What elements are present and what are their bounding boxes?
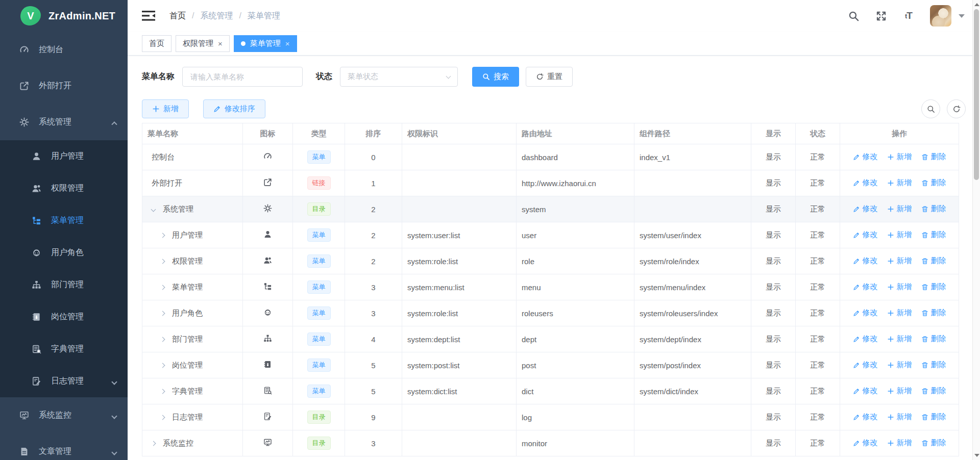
row-delete-link[interactable]: 删除 — [921, 386, 946, 396]
show-search-button[interactable] — [921, 99, 940, 118]
menu-name-input[interactable] — [182, 67, 303, 87]
table-row[interactable]: 外部打开链接1http://www.izhaorui.cn显示正常修改新增删除 — [142, 170, 959, 196]
row-delete-link[interactable]: 删除 — [921, 230, 946, 240]
tab-菜单管理[interactable]: 菜单管理× — [234, 35, 297, 52]
table-row[interactable]: 用户角色菜单3system:role:listroleuserssystem/r… — [142, 300, 959, 326]
row-add-link[interactable]: 新增 — [887, 256, 912, 266]
app-logo[interactable]: V ZrAdmin.NET — [0, 0, 128, 32]
sidebar-item-post[interactable]: 岗位管理 — [0, 301, 128, 333]
row-edit-link[interactable]: 修改 — [853, 412, 878, 422]
table-row[interactable]: 系统管理目录2system显示正常修改新增删除 — [142, 196, 959, 222]
sidebar-item-log[interactable]: 日志管理 — [0, 365, 128, 397]
sidebar-item-sitemap[interactable]: 部门管理 — [0, 269, 128, 301]
row-delete-link[interactable]: 删除 — [921, 334, 946, 344]
row-delete-link[interactable]: 删除 — [921, 204, 946, 214]
search-button[interactable]: 搜索 — [472, 67, 519, 87]
row-delete-link[interactable]: 删除 — [921, 152, 946, 162]
sidebar-item-external-link[interactable]: 外部打开 — [0, 68, 128, 104]
row-add-link[interactable]: 新增 — [887, 412, 912, 422]
tab-权限管理[interactable]: 权限管理× — [176, 35, 230, 52]
table-row[interactable]: 权限管理菜单2system:role:listrolesystem/role/i… — [142, 248, 959, 274]
row-add-link[interactable]: 新增 — [887, 360, 912, 370]
search-icon[interactable] — [847, 10, 860, 22]
row-add-link[interactable]: 新增 — [887, 308, 912, 318]
row-edit-link[interactable]: 修改 — [853, 256, 878, 266]
reset-button[interactable]: 重置 — [526, 67, 573, 87]
row-edit-link[interactable]: 修改 — [853, 152, 878, 162]
row-add-link[interactable]: 新增 — [887, 178, 912, 188]
tab-close-icon[interactable]: × — [218, 39, 223, 48]
row-expand-right-icon[interactable] — [161, 234, 172, 237]
row-expand-right-icon[interactable] — [161, 260, 172, 263]
table-row[interactable]: 用户管理菜单2system:user:listusersystem/user/i… — [142, 222, 959, 248]
add-button[interactable]: 新增 — [142, 99, 189, 118]
row-delete-link[interactable]: 删除 — [921, 412, 946, 422]
row-add-link[interactable]: 新增 — [887, 282, 912, 292]
table-row[interactable]: 字典管理菜单5system:dict:listdictsystem/dict/i… — [142, 378, 959, 404]
cell-status: 正常 — [796, 248, 840, 274]
row-add-link[interactable]: 新增 — [887, 204, 912, 214]
table-row[interactable]: 日志管理目录9log显示正常修改新增删除 — [142, 404, 959, 430]
sidebar-item-dict[interactable]: 字典管理 — [0, 333, 128, 365]
row-expand-right-icon[interactable] — [161, 416, 172, 419]
row-edit-link[interactable]: 修改 — [853, 230, 878, 240]
sidebar-item-monitor[interactable]: 系统监控 — [0, 397, 128, 433]
row-edit-link[interactable]: 修改 — [853, 360, 878, 370]
sort-edit-button[interactable]: 修改排序 — [203, 99, 265, 118]
table-row[interactable]: 系统监控目录3monitor显示正常修改新增删除 — [142, 430, 959, 456]
fullscreen-icon[interactable] — [875, 10, 887, 22]
refresh-button[interactable] — [947, 99, 966, 118]
row-edit-link[interactable]: 修改 — [853, 334, 878, 344]
row-delete-link[interactable]: 删除 — [921, 438, 946, 448]
table-row[interactable]: 控制台菜单0dashboardindex_v1显示正常修改新增删除 — [142, 144, 959, 170]
row-edit-link[interactable]: 修改 — [853, 178, 878, 188]
row-add-link[interactable]: 新增 — [887, 152, 912, 162]
table-row[interactable]: 部门管理菜单4system:dept:listdeptsystem/dept/i… — [142, 326, 959, 352]
scrollbar-up-arrow-icon[interactable] — [974, 3, 979, 6]
row-add-link[interactable]: 新增 — [887, 334, 912, 344]
edit-icon — [853, 154, 860, 161]
row-delete-link[interactable]: 删除 — [921, 256, 946, 266]
breadcrumb-item[interactable]: 首页 — [169, 11, 186, 21]
row-delete-link[interactable]: 删除 — [921, 308, 946, 318]
row-expand-right-icon[interactable] — [161, 286, 172, 289]
row-edit-link[interactable]: 修改 — [853, 386, 878, 396]
page-scrollbar[interactable] — [972, 0, 980, 460]
row-expand-right-icon[interactable] — [152, 442, 163, 445]
row-edit-link[interactable]: 修改 — [853, 308, 878, 318]
row-edit-link[interactable]: 修改 — [853, 282, 878, 292]
sidebar-item-document[interactable]: 文章管理 — [0, 433, 128, 460]
scrollbar-thumb[interactable] — [974, 9, 979, 180]
row-expand-right-icon[interactable] — [161, 312, 172, 315]
row-edit-link[interactable]: 修改 — [853, 204, 878, 214]
cell-status: 正常 — [796, 274, 840, 300]
sidebar-item-dashboard[interactable]: 控制台 — [0, 32, 128, 68]
cell-perms: system:menu:list — [402, 274, 517, 300]
row-delete-link[interactable]: 删除 — [921, 178, 946, 188]
sidebar-item-gear[interactable]: 系统管理 — [0, 104, 128, 140]
table-row[interactable]: 菜单管理菜单3system:menu:listmenusystem/menu/i… — [142, 274, 959, 300]
table-row[interactable]: 岗位管理菜单5system:post:listpostsystem/post/i… — [142, 352, 959, 378]
tab-close-icon[interactable]: × — [285, 39, 290, 48]
row-edit-link[interactable]: 修改 — [853, 438, 878, 448]
row-add-link[interactable]: 新增 — [887, 386, 912, 396]
sidebar-item-user[interactable]: 用户管理 — [0, 140, 128, 172]
row-delete-link[interactable]: 删除 — [921, 282, 946, 292]
sidebar-item-users[interactable]: 权限管理 — [0, 172, 128, 205]
row-add-link[interactable]: 新增 — [887, 230, 912, 240]
row-add-link[interactable]: 新增 — [887, 438, 912, 448]
scrollbar-down-arrow-icon[interactable] — [974, 454, 979, 457]
status-select[interactable]: 菜单状态 — [340, 67, 458, 87]
sidebar-item-robot[interactable]: 用户角色 — [0, 237, 128, 269]
caret-down-icon[interactable] — [959, 14, 965, 18]
row-delete-link[interactable]: 删除 — [921, 360, 946, 370]
user-avatar[interactable] — [930, 5, 951, 27]
sidebar-collapse-icon[interactable] — [142, 10, 155, 21]
row-expand-right-icon[interactable] — [161, 390, 172, 393]
tab-首页[interactable]: 首页 — [142, 35, 172, 52]
row-expand-right-icon[interactable] — [161, 338, 172, 341]
row-expand-down-icon[interactable] — [152, 208, 163, 211]
sidebar-item-tree[interactable]: 菜单管理 — [0, 205, 128, 237]
font-size-icon[interactable]: tT — [902, 10, 915, 22]
row-expand-right-icon[interactable] — [161, 364, 172, 367]
